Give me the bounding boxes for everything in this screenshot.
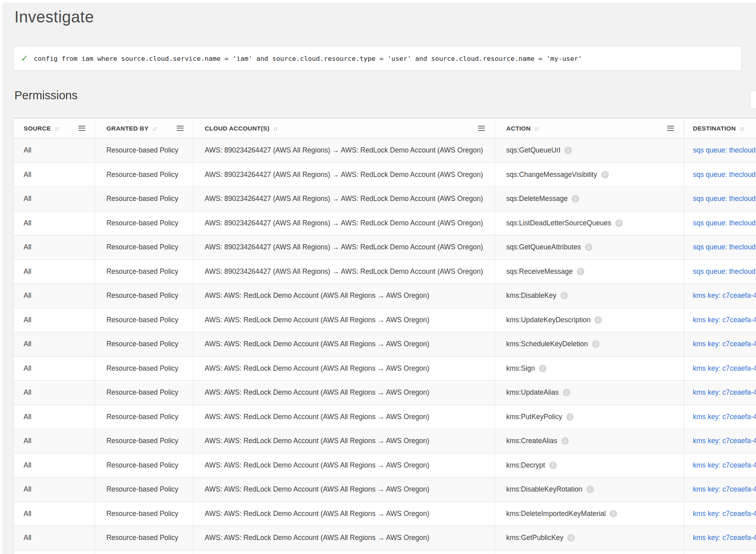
info-icon[interactable]: i xyxy=(610,510,617,518)
toolbar-button-clipped[interactable] xyxy=(750,90,756,109)
cell-cloud-accounts: AWS: AWS: RedLock Demo Account (AWS All … xyxy=(194,357,495,381)
destination-link[interactable]: kms key: c7ceaefa-46 xyxy=(693,291,756,300)
info-icon[interactable]: i xyxy=(539,365,546,372)
destination-link[interactable]: kms key: c7ceaefa-46 xyxy=(693,388,756,397)
cell-action: sqs:DeleteMessage i xyxy=(495,187,684,211)
destination-link[interactable]: kms key: c7ceaefa-46 xyxy=(693,340,756,348)
destination-link[interactable]: kms key: c7ceaefa-46 xyxy=(693,461,756,470)
cell-cloud-accounts: AWS: AWS: RedLock Demo Account (AWS All … xyxy=(194,284,495,308)
cell-action: kms:ScheduleKeyDeletion i xyxy=(495,332,684,356)
info-icon[interactable]: i xyxy=(561,437,569,445)
destination-link[interactable]: sqs queue: thecloudr xyxy=(693,171,756,179)
query-valid-check-icon: ✓ xyxy=(21,54,28,63)
table-row: All Resource-based Policy AWS: AWS: RedL… xyxy=(14,308,756,333)
cell-granted-by: Resource-based Policy xyxy=(95,429,194,453)
table-row: All Resource-based Policy AWS: AWS: RedL… xyxy=(14,332,756,357)
query-text[interactable]: config from iam where source.cloud.servi… xyxy=(34,55,582,62)
cell-source: All xyxy=(14,454,95,478)
destination-link[interactable]: kms key: c7ceaefa-46 xyxy=(693,510,756,518)
cell-cloud-accounts: AWS: AWS: RedLock Demo Account (AWS All … xyxy=(194,502,495,526)
sort-icon[interactable]: ↓↑ xyxy=(273,125,278,132)
cell-destination: sqs queue: thecloudr xyxy=(684,163,756,187)
sort-icon[interactable]: ↓↑ xyxy=(739,125,744,132)
table-row: All Resource-based Policy AWS: AWS: RedL… xyxy=(14,381,756,405)
cell-granted-by: Resource-based Policy xyxy=(95,284,194,308)
cell-action: kms:DisableKeyRotation i xyxy=(495,478,684,502)
destination-link[interactable]: kms key: c7ceaefa-46 xyxy=(693,364,756,373)
column-menu-button[interactable] xyxy=(667,126,674,131)
hamburger-icon xyxy=(667,126,674,131)
column-menu-button[interactable] xyxy=(78,126,85,131)
destination-link[interactable]: kms key: c7ceaefa-46 xyxy=(693,413,756,421)
table-row: All Resource-based Policy AWS: AWS: RedL… xyxy=(14,357,756,381)
info-icon[interactable]: i xyxy=(549,462,557,469)
cell-cloud-accounts: AWS: 890234264427 (AWS All Regions) → AW… xyxy=(194,187,495,211)
permissions-table: SOURCE ↓↑ GRANTED BY ↓↑ CLOUD ACCOUNT(S)… xyxy=(13,118,756,554)
cell-granted-by: Resource-based Policy xyxy=(95,211,194,235)
info-icon[interactable]: i xyxy=(594,316,602,324)
cell-source: All xyxy=(14,187,95,211)
query-input[interactable]: ✓ config from iam where source.cloud.ser… xyxy=(13,46,742,71)
cell-destination: kms key: c7ceaefa-46 xyxy=(684,405,756,429)
destination-link[interactable]: sqs queue: thecloudr xyxy=(693,195,756,203)
cell-source: All xyxy=(14,163,95,187)
info-icon[interactable]: i xyxy=(592,340,600,348)
cell-action: kms:DeleteImportedKeyMaterial i xyxy=(495,502,684,526)
destination-link[interactable]: kms key: c7ceaefa-46 xyxy=(693,316,756,324)
info-icon[interactable]: i xyxy=(560,292,568,299)
cell-source: All xyxy=(14,478,95,502)
cell-destination: sqs queue: thecloudr xyxy=(684,235,756,259)
cell-action: kms:Sign i xyxy=(495,357,684,381)
info-icon[interactable]: i xyxy=(564,147,572,154)
cell-cloud-accounts: AWS: AWS: RedLock Demo Account (AWS All … xyxy=(194,478,495,502)
column-menu-button[interactable] xyxy=(478,126,485,131)
info-icon[interactable]: i xyxy=(566,413,574,421)
table-row: All Resource-based Policy AWS: 890234264… xyxy=(14,138,756,163)
sort-icon[interactable]: ↓↑ xyxy=(534,125,539,132)
info-icon[interactable]: i xyxy=(601,171,609,179)
table-row: All Resource-based Policy AWS: AWS: RedL… xyxy=(14,478,756,502)
window-edge-left xyxy=(0,0,2,554)
permissions-heading: Permissions xyxy=(14,89,78,102)
sort-icon[interactable]: ↓↑ xyxy=(54,125,59,132)
destination-link[interactable]: kms key: c7ceaefa-46 xyxy=(693,437,756,445)
destination-link[interactable]: sqs queue: thecloudr xyxy=(693,146,756,155)
column-header[interactable]: SOURCE ↓↑ xyxy=(14,118,95,138)
table-row: All Resource-based Policy AWS: AWS: RedL… xyxy=(14,526,756,550)
destination-link[interactable]: sqs queue: thecloudr xyxy=(693,219,756,227)
cell-source: All xyxy=(14,308,95,332)
info-icon[interactable]: i xyxy=(577,268,584,275)
info-icon[interactable]: i xyxy=(563,389,570,396)
column-header-label: GRANTED BY xyxy=(106,125,148,132)
info-icon[interactable]: i xyxy=(615,219,623,227)
cell-destination: kms key: c7ceaefa-46 xyxy=(684,357,756,381)
cell-destination: kms key: c7ceaefa-46 xyxy=(684,381,756,405)
cell-source: All xyxy=(14,429,95,453)
column-menu-button[interactable] xyxy=(177,126,184,131)
sort-icon[interactable]: ↓↑ xyxy=(152,125,156,132)
table-row: All Resource-based Policy AWS: 890234264… xyxy=(14,211,756,236)
column-header[interactable]: DESTINATION ↓↑ xyxy=(684,118,756,138)
destination-link[interactable]: kms key: c7ceaefa-46 xyxy=(693,534,756,542)
destination-link[interactable]: kms key: c7ceaefa-46 xyxy=(693,485,756,494)
info-icon[interactable]: i xyxy=(586,486,594,493)
destination-link[interactable]: sqs queue: thecloudr xyxy=(693,267,756,276)
column-header[interactable]: CLOUD ACCOUNT(S) ↓↑ xyxy=(194,118,495,138)
column-header[interactable]: ACTION ↓↑ xyxy=(495,118,684,138)
cell-destination: kms key: c7ceaefa-46 xyxy=(684,454,756,478)
cell-destination: kms key: c7ceaefa-46 xyxy=(684,429,756,453)
cell-destination: sqs queue: thecloudr xyxy=(684,211,756,235)
cell-granted-by: Resource-based Policy xyxy=(95,381,194,405)
destination-link[interactable]: sqs queue: thecloudr xyxy=(693,243,756,251)
hamburger-icon xyxy=(177,126,184,131)
column-header[interactable]: GRANTED BY ↓↑ xyxy=(95,118,194,138)
hamburger-icon xyxy=(478,126,485,131)
table-row: All Resource-based Policy AWS: AWS: RedL… xyxy=(14,284,756,308)
cell-granted-by: Resource-based Policy xyxy=(95,308,194,332)
info-icon[interactable]: i xyxy=(572,195,579,203)
info-icon[interactable]: i xyxy=(585,243,592,251)
column-header-label: SOURCE xyxy=(24,125,51,132)
info-icon[interactable]: i xyxy=(567,534,575,542)
table-row: All Resource-based Policy AWS: AWS: RedL… xyxy=(14,429,756,454)
cell-source: All xyxy=(14,332,95,356)
